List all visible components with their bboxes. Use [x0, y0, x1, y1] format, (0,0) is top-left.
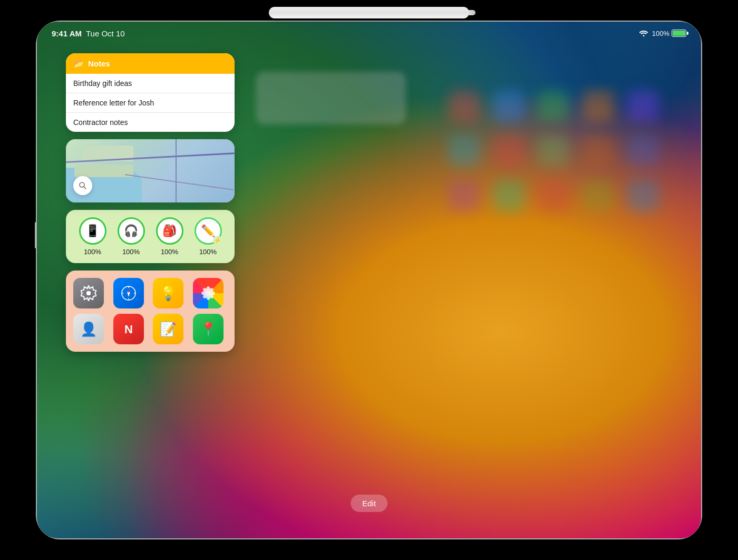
app-settings-icon[interactable]	[73, 278, 104, 308]
apple-pencil	[269, 7, 469, 18]
widget-area: 📂 Notes Birthday gift ideas Reference le…	[66, 53, 235, 352]
battery-device-case: 🎒 100%	[152, 217, 187, 256]
notes-list: Birthday gift ideas Reference letter for…	[66, 74, 235, 132]
findmy-pin-icon: 📍	[200, 321, 217, 337]
settings-gear-icon	[81, 285, 96, 301]
status-bar: 9:41 AM Tue Oct 10 100%	[37, 22, 701, 45]
svg-line-1	[84, 187, 86, 189]
ipad-screen: 9:41 AM Tue Oct 10 100%	[37, 22, 701, 538]
battery-percentage: 100%	[652, 30, 669, 37]
battery-status: 100%	[652, 30, 686, 37]
airpods-battery-icon: 🎧	[118, 217, 145, 245]
notes-item-3[interactable]: Contractor notes	[66, 113, 235, 132]
map-search-button[interactable]	[73, 176, 92, 195]
notes-item-1[interactable]: Birthday gift ideas	[66, 74, 235, 93]
svg-text:N: N	[124, 323, 133, 336]
battery-device-airpods: 🎧 100%	[114, 217, 148, 256]
pencil-battery-icon: ✏️	[195, 217, 222, 245]
notes-folder-icon: 📂	[73, 59, 84, 69]
maps-widget[interactable]	[66, 139, 235, 202]
pencil-device-icon: ✏️	[201, 224, 215, 238]
battery-icon	[672, 30, 686, 37]
app-notes-icon[interactable]: 📝	[153, 314, 183, 344]
app-safari-icon[interactable]	[113, 278, 144, 308]
status-time: 9:41 AM	[52, 29, 82, 38]
app-news-icon[interactable]: N	[113, 314, 144, 344]
notes-widget-title: Notes	[88, 59, 110, 68]
safari-compass-icon	[121, 285, 137, 301]
ipad-device-icon: 📱	[85, 224, 100, 238]
notes-item-2[interactable]: Reference letter for Josh	[66, 93, 235, 113]
pencil-battery-pct: 100%	[199, 248, 217, 256]
app-photos-icon[interactable]	[193, 278, 224, 308]
app-findmy-icon[interactable]: 📍	[193, 314, 224, 344]
wifi-icon	[639, 30, 648, 36]
ipad-frame: 9:41 AM Tue Oct 10 100%	[37, 22, 701, 538]
case-battery-icon: 🎒	[156, 217, 183, 245]
airpods-device-icon: 🎧	[124, 224, 138, 238]
notes-pad-icon: 📝	[160, 321, 177, 337]
status-right: 100%	[639, 30, 686, 37]
tips-bulb-icon: 💡	[160, 285, 177, 302]
apps-widget[interactable]: 💡	[66, 271, 235, 352]
photos-flower-icon	[201, 286, 216, 301]
apps-grid: 💡	[73, 278, 227, 344]
blurred-widget	[256, 72, 406, 124]
notes-widget-header: 📂 Notes	[66, 53, 235, 74]
notes-widget[interactable]: 📂 Notes Birthday gift ideas Reference le…	[66, 53, 235, 132]
map-background	[66, 139, 235, 202]
svg-point-3	[86, 291, 91, 295]
battery-devices-grid: 📱 100% 🎧 100% 🎒 100%	[75, 217, 225, 256]
battery-device-pencil: ✏️ 100%	[191, 217, 225, 256]
status-date: Tue Oct 10	[86, 29, 125, 38]
airpods-battery-pct: 100%	[122, 248, 140, 256]
app-contacts-icon[interactable]: 👤	[73, 314, 104, 344]
case-battery-pct: 100%	[161, 248, 178, 256]
ipad-battery-pct: 100%	[84, 248, 101, 256]
battery-device-ipad: 📱 100%	[75, 217, 110, 256]
case-device-icon: 🎒	[162, 224, 177, 238]
ipad-battery-icon: 📱	[79, 217, 106, 245]
news-n-icon: N	[121, 322, 136, 336]
contacts-person-icon: 👤	[80, 321, 97, 337]
battery-widget[interactable]: 📱 100% 🎧 100% 🎒 100%	[66, 210, 235, 263]
edit-button[interactable]: Edit	[351, 495, 387, 512]
app-tips-icon[interactable]: 💡	[153, 278, 183, 308]
status-left: 9:41 AM Tue Oct 10	[52, 29, 125, 38]
